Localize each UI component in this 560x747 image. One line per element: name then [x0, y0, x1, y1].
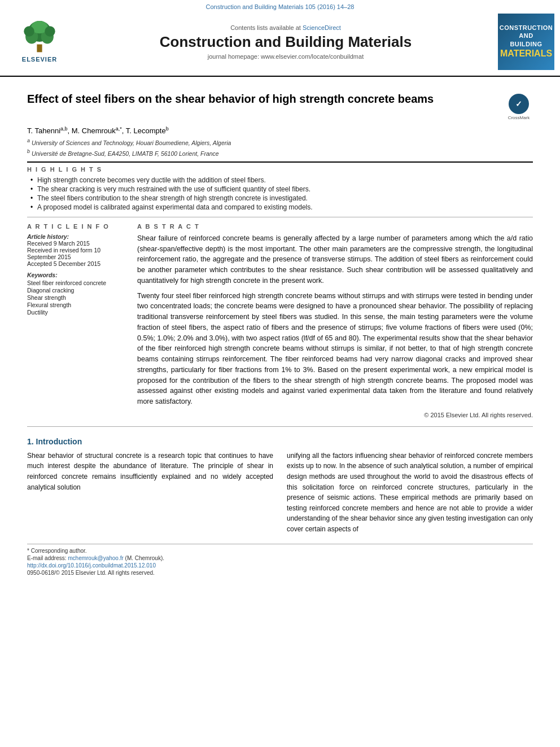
affiliations: a University of Sciences and Technology,…	[27, 137, 533, 158]
intro-col-right: unifying all the factors influencing she…	[287, 451, 533, 538]
copyright-line: © 2015 Elsevier Ltd. All rights reserved…	[137, 412, 533, 418]
divider-3	[27, 426, 533, 427]
article-title-section: Effect of steel fibers on the shear beha…	[27, 91, 533, 120]
issn-line: 0950-0618/© 2015 Elsevier Ltd. All right…	[27, 570, 533, 576]
highlight-item-1: High strength concrete becomes very duct…	[30, 176, 533, 184]
doi-line: http://dx.doi.org/10.1016/j.conbuildmat.…	[27, 562, 533, 569]
keywords-label: Keywords:	[27, 272, 126, 278]
highlights-heading: H I G H L I G H T S	[27, 166, 533, 173]
divider-2	[27, 217, 533, 217]
intro-col-left: Shear behavior of structural concrete is…	[27, 451, 273, 538]
email-label: E-mail address:	[27, 555, 66, 561]
corresponding-note: * Corresponding author.	[27, 548, 533, 554]
page: Construction and Building Materials 105 …	[0, 0, 560, 747]
email-name: (M. Chemrouk).	[125, 555, 164, 561]
svg-point-6	[45, 26, 55, 36]
history-label: Article history:	[27, 233, 126, 240]
journal-title: Construction and Building Materials	[73, 33, 498, 51]
content-area: Effect of steel fibers on the shear beha…	[0, 77, 560, 583]
article-info-col: A R T I C L E I N F O Article history: R…	[27, 223, 126, 418]
author-1: T. Tahenni	[27, 126, 60, 135]
sciencedirect-line: Contents lists available at ScienceDirec…	[73, 24, 498, 31]
abstract-heading: A B S T R A C T	[137, 223, 533, 230]
article-info-heading: A R T I C L E I N F O	[27, 223, 126, 230]
doi-link[interactable]: http://dx.doi.org/10.1016/j.conbuildmat.…	[27, 562, 156, 569]
received-value: Received 9 March 2015	[27, 240, 126, 247]
revised-value: Received in revised form 10 September 20…	[27, 247, 126, 260]
keywords-list: Steel fiber reinforced concrete Diagonal…	[27, 279, 126, 316]
keywords-section: Keywords: Steel fiber reinforced concret…	[27, 272, 126, 316]
journal-banner: ELSEVIER Contents lists available at Sci…	[0, 11, 560, 72]
email-line: E-mail address: mchemrouk@yahoo.fr (M. C…	[27, 555, 533, 561]
keyword-2: Diagonal cracking	[27, 287, 126, 294]
abstract-para-2: Twenty four steel fiber reinforced high …	[137, 291, 533, 407]
abstract-para-1: Shear failure of reinforced concrete bea…	[137, 233, 533, 286]
elsevier-logo: ELSEVIER	[20, 21, 59, 63]
elsevier-wordmark: ELSEVIER	[22, 56, 57, 63]
authors-line: T. Tahennia,b, M. Chemrouka,*, T. Lecomp…	[27, 126, 533, 135]
elsevier-tree-icon	[20, 21, 59, 55]
keyword-5: Ductility	[27, 309, 126, 316]
crossmark-label: CrossMark	[508, 115, 530, 120]
crossmark-icon: ✓	[509, 94, 529, 114]
svg-rect-0	[37, 45, 42, 53]
abstract-text: Shear failure of reinforced concrete bea…	[137, 233, 533, 407]
sciencedirect-link[interactable]: ScienceDirect	[303, 24, 341, 31]
affiliation-2: Université de Bretagne-Sud, EA4250, LIMA…	[32, 150, 219, 156]
footer-area: * Corresponding author. E-mail address: …	[27, 544, 533, 576]
highlight-item-2: The shear cracking is very much restrain…	[30, 185, 533, 193]
keyword-3: Shear strength	[27, 294, 126, 301]
author-2: M. Chemrouk	[72, 126, 116, 135]
journal-logo-right: Construction and Building MATERIALS	[498, 14, 554, 70]
article-history: Article history: Received 9 March 2015 R…	[27, 233, 126, 267]
intro-para-1: Shear behavior of structural concrete is…	[27, 451, 273, 492]
intro-para-2: unifying all the factors influencing she…	[287, 451, 533, 535]
journal-citation: Construction and Building Materials 105 …	[206, 3, 355, 10]
divider-1	[27, 161, 533, 163]
intro-heading: 1. Introduction	[27, 437, 533, 446]
highlight-item-3: The steel fibers contribution to the she…	[30, 194, 533, 202]
article-title: Effect of steel fibers on the shear beha…	[27, 91, 505, 106]
highlights-list: High strength concrete becomes very duct…	[27, 176, 533, 211]
keyword-4: Flexural strength	[27, 302, 126, 308]
keyword-1: Steel fiber reinforced concrete	[27, 279, 126, 286]
logo-top-text: Construction and Building	[500, 24, 553, 48]
journal-header: Construction and Building Materials 105 …	[0, 0, 560, 77]
intro-body-two-col: Shear behavior of structural concrete is…	[27, 451, 533, 538]
accepted-value: Accepted 5 December 2015	[27, 260, 126, 267]
two-col-section: A R T I C L E I N F O Article history: R…	[27, 223, 533, 418]
affiliation-1: University of Sciences and Technology, H…	[32, 139, 231, 146]
author-3: T. Lecompte	[126, 126, 166, 135]
logo-materials-text: MATERIALS	[500, 48, 552, 60]
abstract-col: A B S T R A C T Shear failure of reinfor…	[137, 223, 533, 418]
svg-point-5	[24, 26, 34, 36]
journal-center: Contents lists available at ScienceDirec…	[73, 24, 498, 60]
elsevier-logo-left: ELSEVIER	[6, 21, 73, 63]
crossmark[interactable]: ✓ CrossMark	[505, 94, 533, 120]
introduction-section: 1. Introduction Shear behavior of struct…	[27, 437, 533, 538]
journal-citation-line: Construction and Building Materials 105 …	[0, 0, 560, 11]
email-link[interactable]: mchemrouk@yahoo.fr	[68, 555, 124, 561]
highlight-item-4: A proposed model is calibrated against e…	[30, 203, 533, 211]
journal-homepage: journal homepage: www.elsevier.com/locat…	[73, 53, 498, 60]
